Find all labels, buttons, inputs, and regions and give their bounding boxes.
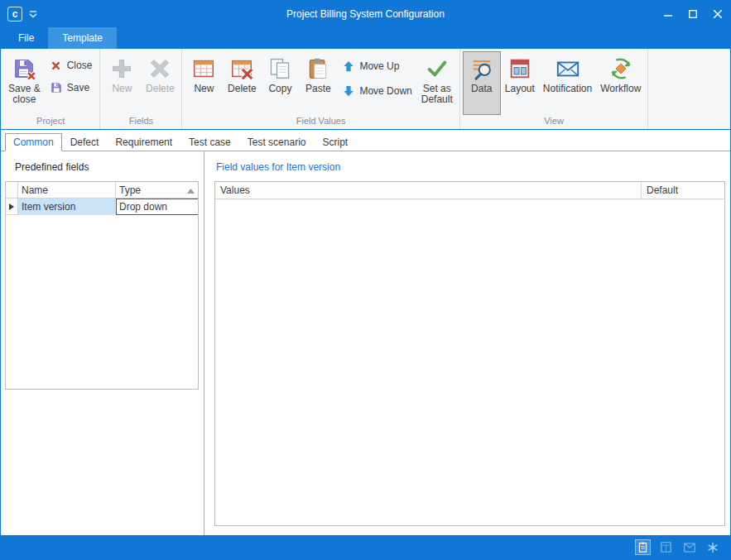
save-icon [50,81,63,94]
values-delete-label: Delete [228,84,257,94]
move-down-label: Move Down [359,85,411,97]
window-controls [656,1,730,27]
view-workflow-button[interactable]: Workflow [596,51,645,115]
tab-test-scenario[interactable]: Test scenario [239,133,315,151]
view-data-label: Data [471,84,492,94]
view-data-button[interactable]: Data [463,51,501,115]
ribbon-tab-file[interactable]: File [4,27,48,49]
group-label-fields: Fields [100,115,181,129]
layout-icon [507,55,533,83]
sort-ascending-icon [187,184,195,196]
values-new-button[interactable]: New [185,51,223,115]
move-down-button[interactable]: Move Down [339,84,415,98]
predefined-fields-grid: Name Type Item version Drop down [5,181,199,390]
column-header-values[interactable]: Values [215,182,642,199]
status-workflow-view-icon[interactable] [705,539,720,555]
close-button[interactable] [705,1,730,27]
app-logo-icon: c [7,7,22,22]
tab-script[interactable]: Script [314,133,356,151]
field-values-empty-body[interactable] [215,199,724,525]
ribbon-group-view: Data Layout [460,49,649,129]
row-indicator[interactable] [6,199,18,215]
save-label: Save [67,82,89,93]
column-header-type[interactable]: Type [116,182,198,199]
indicator-header-cell [6,182,18,199]
grid-empty-area[interactable] [6,215,198,389]
view-workflow-label: Workflow [600,84,641,94]
group-label-field-values: Field Values [182,115,459,129]
view-layout-label: Layout [505,84,535,94]
move-up-button[interactable]: Move Up [339,59,415,74]
field-values-grid: Values Default [214,181,725,526]
set-as-default-button[interactable]: Set asDefault [417,51,457,115]
move-down-arrow-icon [342,84,355,98]
view-notification-button[interactable]: Notification [539,51,596,115]
field-values-title: Field values for Item version [216,161,725,173]
fields-new-label: New [112,84,132,94]
delete-table-icon [228,55,255,83]
save-and-close-button[interactable]: Save &close [4,51,45,115]
minimize-button[interactable] [656,1,681,27]
app-window: c Project Billing System Configuration F… [0,0,731,560]
document-tab-strip: Common Defect Requirement Test case Test… [1,130,730,151]
values-delete-button[interactable]: Delete [223,51,261,115]
delete-x-disabled-icon [147,55,173,83]
save-close-label-2: close [8,94,41,105]
group-label-project: Project [2,115,99,129]
titlebar: c Project Billing System Configuration [1,1,730,27]
field-values-pane: Field values for Item version Values Def… [204,151,730,535]
statusbar [1,535,730,559]
column-header-type-label: Type [119,184,141,196]
set-default-label-2: Default [421,94,453,105]
status-data-view-icon[interactable] [635,539,651,555]
new-table-icon [190,55,217,83]
cell-name-value: Item version [22,201,75,213]
cell-type-editor[interactable]: Drop down [116,199,198,215]
ribbon-tab-row: File Template [1,27,730,49]
predefined-fields-pane: Predefined fields Name Type Item version… [1,151,204,535]
copy-button[interactable]: Copy [261,51,299,115]
values-new-label: New [194,84,214,94]
paste-icon [305,55,331,83]
tab-common[interactable]: Common [5,133,62,151]
paste-button[interactable]: Paste [299,51,337,115]
fields-new-button[interactable]: New [103,51,141,115]
status-notification-view-icon[interactable] [681,539,697,555]
quick-access-chevron-icon[interactable] [29,11,37,18]
column-header-default-label: Default [647,184,678,196]
new-plus-disabled-icon [108,55,135,83]
workflow-icon [608,55,634,83]
column-header-name[interactable]: Name [18,182,116,199]
close-red-icon [50,59,63,72]
save-button[interactable]: Save [46,80,96,95]
tab-test-case[interactable]: Test case [180,133,239,151]
predefined-fields-title: Predefined fields [15,161,199,173]
status-layout-view-icon[interactable] [658,539,674,555]
column-header-name-label: Name [22,184,48,196]
fields-delete-label: Delete [146,84,175,94]
move-up-label: Move Up [359,60,399,72]
view-notification-label: Notification [543,84,592,94]
ribbon-group-project: Save &close Close [2,49,100,129]
fields-delete-button[interactable]: Delete [141,51,179,115]
ribbon-tab-template[interactable]: Template [48,27,117,49]
ribbon-group-field-values: New Delete [182,49,459,129]
field-values-header-row: Values Default [215,182,724,199]
main-content: Predefined fields Name Type Item version… [1,151,730,535]
cell-name[interactable]: Item version [18,199,116,215]
green-check-icon [424,55,450,83]
grid-header-row: Name Type [6,182,198,199]
data-magnifier-icon [469,55,495,83]
column-header-default[interactable]: Default [642,182,724,199]
tab-requirement[interactable]: Requirement [107,133,180,151]
column-header-values-label: Values [220,184,250,196]
maximize-button[interactable] [681,1,705,27]
ribbon: Save &close Close [1,49,730,130]
close-template-button[interactable]: Close [46,58,96,73]
view-layout-button[interactable]: Layout [501,51,539,115]
app-logo-letter: c [12,8,18,20]
tab-defect[interactable]: Defect [62,133,108,151]
paste-label: Paste [305,84,331,94]
cell-type-value: Drop down [119,201,167,213]
grid-row-item-version[interactable]: Item version Drop down [6,199,198,215]
